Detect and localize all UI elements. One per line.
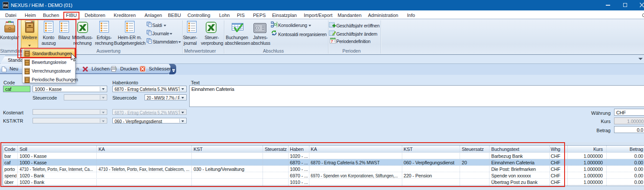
svg-text:7: 7 [331,39,333,43]
